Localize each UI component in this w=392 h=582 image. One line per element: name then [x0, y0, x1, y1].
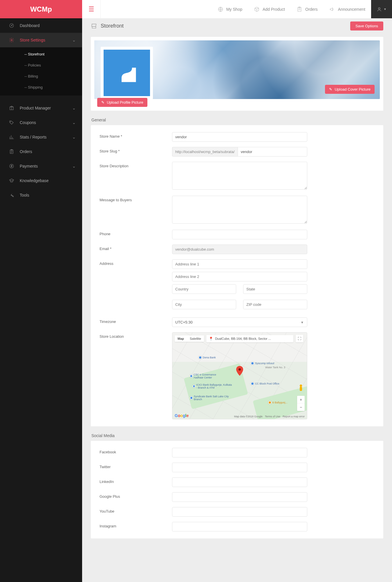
- stats-icon: [9, 134, 15, 140]
- map-poi-label: Water Tank No. 3: [265, 366, 285, 369]
- email-label: Email *: [100, 245, 172, 254]
- twitter-label[interactable]: Twitter: [100, 463, 172, 472]
- pencil-icon: ✎: [329, 87, 332, 91]
- linkedin-input[interactable]: [172, 477, 307, 487]
- facebook-input[interactable]: [172, 448, 307, 457]
- zip-input[interactable]: [243, 300, 307, 309]
- chevron-down-icon: ⌄: [72, 106, 76, 110]
- map-zoom-in-button[interactable]: +: [297, 396, 305, 403]
- content: Storefront Save Options ✎: [82, 18, 392, 556]
- instagram-label[interactable]: Instagram: [100, 522, 172, 531]
- youtube-input[interactable]: [172, 507, 307, 517]
- minus-icon: −: [300, 405, 302, 409]
- sidebar-item-product-manager[interactable]: Product Manager ⌄: [0, 101, 82, 115]
- map-marker-icon: [236, 366, 243, 376]
- hamburger-icon: ☰: [88, 6, 94, 13]
- toplink-label: Announcement: [338, 7, 365, 12]
- save-options-button[interactable]: Save Options: [350, 21, 383, 30]
- sidebar-item-coupons[interactable]: Coupons ⌄: [0, 115, 82, 130]
- chevron-down-icon: ⌄: [72, 38, 76, 42]
- timezone-select[interactable]: UTC+5:30: [172, 317, 307, 327]
- address2-input[interactable]: [172, 272, 307, 281]
- sidebar-item-orders[interactable]: Orders: [0, 144, 82, 159]
- gear-icon: [9, 37, 15, 43]
- hero-panel: ✎ Upload Cover Picture ✎ Upload Profile …: [91, 37, 383, 111]
- map-pegman-icon[interactable]: [298, 384, 304, 392]
- store-name-input[interactable]: [172, 132, 307, 142]
- fullscreen-icon: ⛶: [298, 337, 301, 341]
- toplink-label: Add Product: [263, 7, 285, 12]
- graduation-cap-icon: [9, 178, 15, 184]
- sidebar-item-label: Dashboard: [20, 23, 40, 28]
- brand-logo[interactable]: WCMp: [0, 0, 82, 18]
- store-location-map[interactable]: Dena Bank Syscomp Infosol CSC e Governan…: [172, 332, 307, 419]
- sidenav: Dashboard Store Settings ⌄ -- Storefront…: [0, 18, 82, 202]
- box-icon: [9, 105, 15, 111]
- sidebar-item-payments[interactable]: Payments ⌄: [0, 159, 82, 173]
- svg-rect-15: [300, 387, 302, 391]
- facebook-label[interactable]: Facebook: [100, 448, 172, 457]
- linkedin-label[interactable]: LinkedIn: [100, 477, 172, 487]
- sidebar-subitem-policies[interactable]: -- Policies: [0, 60, 82, 71]
- store-description-input[interactable]: [172, 162, 307, 190]
- map-search-box[interactable]: 📍: [206, 335, 293, 342]
- map-poi-label: CC Block Post Office: [255, 382, 279, 385]
- map-zoom-out-button[interactable]: −: [297, 403, 305, 411]
- clipboard-icon: [9, 149, 15, 155]
- upload-cover-button[interactable]: ✎ Upload Cover Picture: [325, 85, 375, 94]
- twitter-input[interactable]: [172, 463, 307, 472]
- map-search-input[interactable]: [215, 337, 291, 340]
- sidebar-item-tools[interactable]: Tools: [0, 188, 82, 202]
- chevron-down-icon: ⌄: [72, 164, 76, 168]
- globe-icon: [218, 6, 223, 12]
- country-input[interactable]: [172, 284, 236, 294]
- phone-label: Phone: [100, 230, 172, 239]
- youtube-label[interactable]: YouTube: [100, 507, 172, 517]
- toplink-add-product[interactable]: Add Product: [248, 0, 291, 18]
- timezone-label: Timezone: [100, 317, 172, 327]
- sidebar-item-stats[interactable]: Stats / Reports ⌄: [0, 130, 82, 144]
- sidebar-subitem-shipping[interactable]: -- Shipping: [0, 82, 82, 93]
- profile-logo-icon: [104, 50, 150, 96]
- map-poi-label: Dena Bank: [203, 356, 216, 359]
- map-tab-map[interactable]: Map: [175, 335, 187, 342]
- map-fullscreen-button[interactable]: ⛶: [296, 335, 303, 342]
- toplink-announcement[interactable]: Announcement: [324, 0, 371, 18]
- map-report-link[interactable]: Report a map error: [283, 415, 305, 418]
- user-icon: [377, 7, 382, 12]
- plus-icon: +: [300, 397, 302, 402]
- storefront-icon: [91, 23, 97, 29]
- address1-input[interactable]: [172, 259, 307, 269]
- store-slug-input[interactable]: [238, 147, 307, 157]
- sidebar-item-label: Store Settings: [20, 38, 45, 42]
- profile-picture: [101, 47, 153, 99]
- menu-toggle-button[interactable]: ☰: [82, 0, 101, 18]
- message-to-buyers-input[interactable]: [172, 196, 307, 224]
- toplink-my-shop[interactable]: My Shop: [212, 0, 248, 18]
- sidebar-item-dashboard[interactable]: Dashboard: [0, 18, 82, 33]
- toplink-orders[interactable]: Orders: [291, 0, 324, 18]
- sidebar-item-label: Payments: [20, 164, 38, 168]
- store-description-label: Store Description: [100, 162, 172, 191]
- city-input[interactable]: [172, 300, 236, 309]
- sidebar-item-label: Product Manager: [20, 106, 51, 110]
- sidebar-subitem-storefront[interactable]: -- Storefront: [0, 48, 82, 60]
- sidebar-item-knowledgebase[interactable]: Knowledgebase: [0, 173, 82, 188]
- upload-profile-button[interactable]: ✎ Upload Profile Picture: [97, 98, 147, 107]
- phone-input[interactable]: [172, 230, 307, 239]
- google-logo: Google: [175, 413, 189, 418]
- caret-down-icon: ▼: [384, 8, 386, 11]
- google-plus-input[interactable]: [172, 492, 307, 502]
- state-input[interactable]: [243, 284, 307, 294]
- button-label: Upload Profile Picture: [107, 100, 143, 105]
- instagram-input[interactable]: [172, 522, 307, 531]
- svg-point-11: [378, 8, 380, 9]
- map-tab-satellite[interactable]: Satellite: [187, 335, 204, 342]
- sidebar-item-store-settings[interactable]: Store Settings ⌄: [0, 33, 82, 47]
- user-menu-button[interactable]: ▼: [371, 0, 392, 18]
- sidebar-item-label: Knowledgebase: [20, 178, 49, 183]
- map-terms-link[interactable]: Terms of Use: [265, 415, 280, 418]
- megaphone-icon: [329, 6, 335, 12]
- sidebar-subitem-billing[interactable]: -- Billing: [0, 71, 82, 82]
- google-plus-label[interactable]: Google Plus: [100, 492, 172, 502]
